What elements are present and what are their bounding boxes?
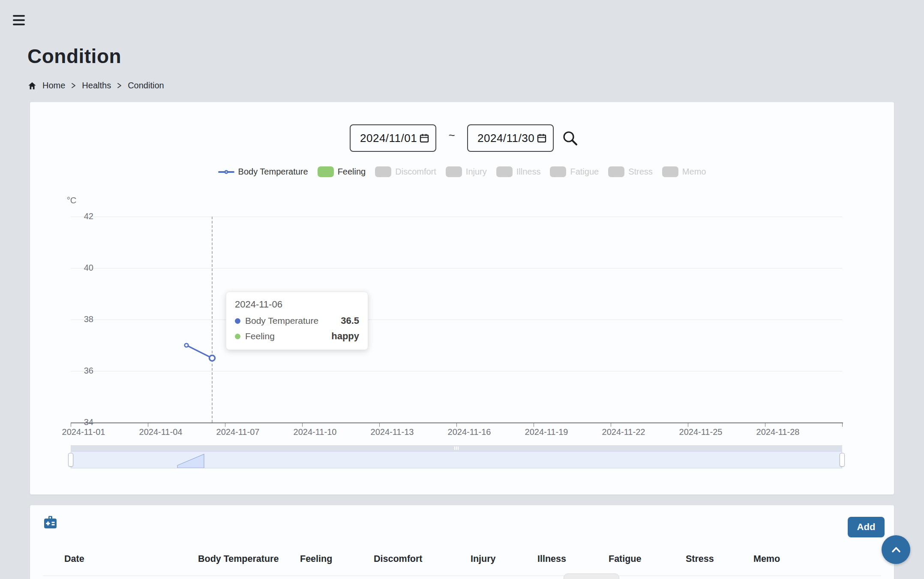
tooltip-row: Body Temperature 36.5 [235, 315, 359, 326]
x-axis-tick-label: 2024-11-22 [589, 427, 658, 437]
legend-item-fatigue[interactable]: Fatigue [550, 166, 599, 177]
table-row-control[interactable] [564, 573, 619, 579]
chart-legend: Body TemperatureFeelingDiscomfortInjuryI… [30, 166, 894, 177]
column-header-fatigue: Fatigue [609, 554, 641, 567]
x-axis-tick [148, 423, 148, 427]
datazoom-right-handle[interactable] [840, 453, 845, 467]
column-header-feeling: Feeling [300, 554, 332, 567]
x-axis-tick [225, 423, 225, 427]
datazoom-shadow-shape [177, 454, 204, 468]
legend-swatch-icon [446, 166, 462, 177]
x-axis-tick-label: 2024-11-19 [512, 427, 581, 437]
datazoom-move-handle[interactable] [71, 445, 842, 451]
datazoom-data-shadow [71, 452, 842, 468]
search-icon [561, 129, 579, 147]
x-axis-tick [534, 423, 534, 427]
legend-item-injury[interactable]: Injury [446, 166, 487, 177]
legend-swatch-icon [550, 166, 566, 177]
x-axis-tick-label: 2024-11-28 [744, 427, 812, 437]
breadcrumb: Home Healths Condition [27, 81, 164, 90]
legend-item-illness[interactable]: Illness [496, 166, 541, 177]
date-range-separator: ~ [443, 129, 460, 142]
legend-label: Discomfort [395, 167, 436, 177]
series-dot-icon [235, 334, 240, 339]
breadcrumb-home[interactable]: Home [42, 81, 65, 90]
breadcrumb-healths[interactable]: Healths [82, 81, 111, 90]
home-icon [27, 81, 37, 90]
add-button[interactable]: Add [848, 517, 885, 537]
legend-label: Injury [466, 167, 487, 177]
legend-swatch-icon [318, 166, 334, 177]
menu-button[interactable] [12, 14, 27, 27]
data-point-2024-11-05[interactable] [185, 344, 188, 347]
legend-swatch-icon [608, 166, 624, 177]
chart-card: 2024/11/01 ~ 2024/11/30 Body Temperature… [30, 102, 894, 495]
x-axis-tick-label: 2024-11-13 [358, 427, 426, 437]
legend-label: Memo [682, 167, 706, 177]
legend-item-discomfort[interactable]: Discomfort [375, 166, 436, 177]
legend-item-stress[interactable]: Stress [608, 166, 653, 177]
column-header-injury: Injury [471, 554, 496, 567]
x-axis-tick [765, 423, 765, 427]
search-button[interactable] [561, 129, 579, 148]
date-to-input[interactable]: 2024/11/30 [467, 124, 554, 152]
column-header-illness: Illness [537, 554, 566, 567]
x-axis-tick [611, 423, 611, 427]
calendar-icon[interactable] [537, 133, 547, 143]
x-axis-tick-label: 2024-11-10 [281, 427, 349, 437]
body-temperature-series[interactable] [71, 217, 842, 423]
page: Condition Home Healths Condition 2024/11… [0, 0, 924, 579]
legend-label: Fatigue [570, 167, 599, 177]
legend-swatch-icon [375, 166, 391, 177]
tooltip-row: Feeling happy [235, 331, 359, 342]
legend-label: Feeling [338, 167, 366, 177]
data-point-2024-11-06[interactable] [210, 356, 215, 361]
x-axis-tick-label: 2024-11-07 [204, 427, 272, 437]
datazoom-left-handle[interactable] [68, 453, 73, 467]
column-header-memo: Memo [753, 554, 780, 567]
x-axis-tick-label: 2024-11-16 [435, 427, 504, 437]
column-header-body-temperature: Body Temperature [198, 554, 279, 567]
legend-item-body-temperature[interactable]: Body Temperature [218, 167, 308, 177]
column-header-stress: Stress [686, 554, 714, 567]
x-axis-tick-label: 2024-11-04 [126, 427, 195, 437]
table-row-divider [43, 576, 881, 576]
column-header-discomfort: Discomfort [374, 554, 422, 567]
legend-item-feeling[interactable]: Feeling [318, 166, 366, 177]
legend-label: Stress [628, 167, 653, 177]
datazoom-slider[interactable] [71, 451, 842, 468]
legend-swatch-icon [496, 166, 513, 177]
scroll-to-top-button[interactable] [882, 535, 910, 564]
chevron-up-icon [889, 543, 903, 557]
y-axis-unit: °C [61, 196, 82, 205]
page-title: Condition [27, 45, 121, 68]
x-axis-tick [688, 423, 688, 427]
x-axis-tick-label: 2024-11-25 [666, 427, 735, 437]
hamburger-icon [13, 15, 25, 17]
series-dot-icon [235, 318, 240, 324]
x-axis-tick [842, 423, 843, 427]
date-from-value: 2024/11/01 [360, 132, 419, 145]
grip-icon [454, 446, 459, 450]
x-axis-tick [71, 423, 71, 427]
legend-label: Illness [516, 167, 541, 177]
legend-swatch-icon [662, 166, 678, 177]
breadcrumb-condition: Condition [128, 81, 164, 90]
x-axis-tick [379, 423, 380, 427]
x-axis-tick [456, 423, 457, 427]
legend-item-memo[interactable]: Memo [662, 166, 706, 177]
legend-swatch-icon [218, 171, 234, 173]
add-record-icon [42, 515, 58, 533]
tooltip-date: 2024-11-06 [235, 299, 359, 310]
date-to-value: 2024/11/30 [477, 132, 537, 145]
column-header-date: Date [64, 554, 84, 567]
legend-label: Body Temperature [238, 167, 308, 177]
chart-tooltip: 2024-11-06 Body Temperature 36.5 Feeling… [226, 292, 368, 350]
x-axis-tick [302, 423, 303, 427]
chevron-right-icon [71, 82, 76, 89]
chevron-right-icon [117, 82, 122, 89]
x-axis-tick-label: 2024-11-01 [49, 427, 118, 437]
series-line [186, 345, 212, 358]
calendar-icon[interactable] [419, 133, 429, 143]
date-from-input[interactable]: 2024/11/01 [350, 124, 436, 152]
